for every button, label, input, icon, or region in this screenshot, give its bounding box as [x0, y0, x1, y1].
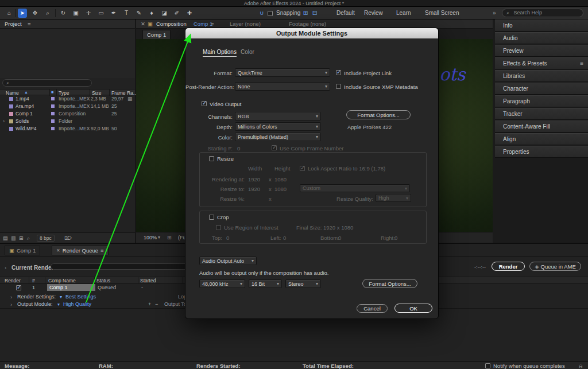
- home-icon[interactable]: ⌂: [5, 9, 14, 18]
- label-color-swatch[interactable]: [51, 119, 55, 123]
- add-output-module-icon[interactable]: +: [148, 301, 151, 307]
- zoom-level-dropdown[interactable]: 100%: [144, 235, 157, 240]
- render-enabled-checkbox[interactable]: [16, 285, 21, 290]
- sidebar-item-properties[interactable]: Properties: [495, 146, 588, 158]
- sidebar-item-paragraph[interactable]: Paragraph: [495, 95, 588, 107]
- render-button[interactable]: Render: [492, 262, 525, 271]
- table-row[interactable]: Comp 1 Composition 25: [0, 110, 135, 118]
- selection-tool-icon[interactable]: ➤: [18, 9, 27, 18]
- column-started[interactable]: Started: [140, 278, 156, 283]
- search-icon[interactable]: ⌕: [27, 235, 30, 242]
- resize-quality-dropdown[interactable]: High ▾: [376, 194, 411, 202]
- sidebar-item-align[interactable]: Align: [495, 133, 588, 145]
- list-view-icon[interactable]: ▤: [3, 235, 8, 241]
- bit-depth-button[interactable]: 8 bpc: [37, 235, 55, 242]
- include-xmp-checkbox[interactable]: [336, 84, 341, 89]
- render-settings-value-link[interactable]: Best Settings: [65, 294, 96, 300]
- crop-left-value[interactable]: 0: [283, 235, 286, 241]
- use-roi-checkbox[interactable]: [216, 225, 221, 230]
- label-color-swatch[interactable]: [51, 104, 55, 108]
- sidebar-item-character[interactable]: Character: [495, 83, 588, 95]
- resize-checkbox[interactable]: [209, 156, 214, 161]
- snap-option-a-icon[interactable]: ⊞: [301, 9, 310, 18]
- expander-icon[interactable]: ›: [3, 118, 5, 124]
- audio-bit-depth-dropdown[interactable]: 16 Bit ▾: [249, 279, 282, 288]
- expander-icon[interactable]: ›: [10, 294, 12, 300]
- brush-tool-icon[interactable]: ✎: [134, 9, 144, 18]
- dialog-titlebar[interactable]: Output Module Settings: [185, 28, 438, 38]
- label-color-swatch[interactable]: [51, 112, 55, 115]
- include-project-link-checkbox[interactable]: [336, 70, 341, 75]
- magnet-icon[interactable]: ∪: [257, 9, 266, 18]
- queue-in-ame-button[interactable]: ◈ Queue in AME: [529, 262, 581, 271]
- table-row[interactable]: › Solids Folder: [0, 118, 135, 125]
- label-color-swatch[interactable]: [51, 127, 55, 130]
- table-row[interactable]: Ara.mp4 Importe...MEX 14,1 MB 25: [0, 103, 135, 110]
- project-panel-menu-icon[interactable]: ≡: [28, 21, 31, 27]
- resize-to-width[interactable]: 1920: [248, 186, 260, 192]
- format-options-button[interactable]: Format Options...: [346, 110, 411, 119]
- timeline-tab-comp1[interactable]: ▣ Comp 1: [5, 246, 40, 255]
- expander-icon[interactable]: ›: [5, 265, 6, 271]
- safe-zones-icon[interactable]: ⊞: [167, 235, 172, 240]
- crop-top-value[interactable]: 0: [226, 235, 229, 241]
- workspace-overflow-icon[interactable]: »: [493, 10, 496, 16]
- channels-dropdown[interactable]: RGB ▾: [235, 112, 321, 121]
- project-tab[interactable]: Project: [5, 21, 22, 27]
- color-dropdown[interactable]: Premultiplied (Matted) ▾: [235, 133, 321, 141]
- pen-tool-icon[interactable]: ✒: [109, 9, 118, 18]
- viewer-menu-icon[interactable]: ≡: [211, 21, 214, 27]
- post-render-dropdown[interactable]: None ▾: [235, 82, 330, 91]
- sidebar-item-content-aware-fill[interactable]: Content-Aware Fill: [495, 121, 588, 133]
- project-search-input[interactable]: ⌕: [2, 79, 92, 87]
- label-color-swatch[interactable]: [51, 97, 55, 100]
- crop-right-value[interactable]: 0: [394, 235, 397, 241]
- viewer-comp-tab[interactable]: Comp 1: [142, 30, 171, 40]
- tab-composition-comp-link[interactable]: Comp 1: [194, 21, 212, 27]
- column-comp-name[interactable]: Comp Name: [48, 278, 76, 283]
- camera-tool-icon[interactable]: ▣: [71, 9, 80, 18]
- snapping-checkbox[interactable]: [268, 11, 273, 16]
- column-render[interactable]: Render: [5, 278, 21, 283]
- audio-format-options-button[interactable]: Format Options...: [362, 279, 417, 288]
- tab-main-options[interactable]: Main Options: [203, 49, 237, 57]
- chevron-down-icon[interactable]: ▾: [57, 302, 60, 307]
- trash-icon[interactable]: ⌦: [64, 235, 72, 241]
- format-dropdown[interactable]: QuickTime ▾: [235, 68, 330, 77]
- render-queue-tab[interactable]: ✕ Render Queue ≡: [52, 246, 109, 255]
- close-icon[interactable]: ✕: [56, 248, 60, 253]
- table-row[interactable]: Wild.MP4 Importe...MEX 92,0 MB 50: [0, 125, 135, 133]
- resize-preset-dropdown[interactable]: Custom ▾: [300, 184, 410, 192]
- expander-icon[interactable]: ›: [10, 301, 12, 308]
- label-color-column-icon[interactable]: ■: [51, 90, 53, 94]
- workspace-review[interactable]: Review: [364, 10, 383, 16]
- panel-menu-icon[interactable]: ≡: [100, 247, 104, 254]
- tab-color[interactable]: Color: [241, 49, 254, 56]
- table-row[interactable]: 1.mp4 Importe...MEX 2,3 MB 29,97 ▦: [0, 95, 135, 103]
- audio-channels-dropdown[interactable]: Stereo ▾: [285, 279, 321, 288]
- sidebar-item-audio[interactable]: Audio: [495, 32, 588, 44]
- column-status[interactable]: Status: [96, 278, 110, 283]
- snap-option-b-icon[interactable]: ⊟: [310, 9, 319, 18]
- hand-tool-icon[interactable]: ✥: [30, 9, 40, 18]
- roto-brush-tool-icon[interactable]: ✐: [172, 9, 181, 18]
- tab-footage[interactable]: Footage (none): [289, 21, 326, 27]
- audio-output-dropdown[interactable]: Audio Output Auto ▾: [199, 257, 257, 265]
- remove-output-module-icon[interactable]: −: [155, 301, 158, 307]
- eraser-tool-icon[interactable]: ◪: [160, 9, 169, 18]
- workspace-small-screen[interactable]: Small Screen: [425, 10, 459, 16]
- output-module-value-link[interactable]: High Quality: [63, 301, 91, 307]
- notify-checkbox[interactable]: [485, 363, 490, 368]
- sidebar-item-effects-presets[interactable]: Effects & Presets ≡: [495, 57, 588, 69]
- sidebar-item-preview[interactable]: Preview: [495, 45, 588, 57]
- pan-behind-tool-icon[interactable]: ✛: [84, 9, 93, 18]
- sidebar-item-info[interactable]: Info: [495, 20, 588, 32]
- queue-row-comp-name[interactable]: Comp 1: [47, 284, 95, 291]
- sidebar-item-tracker[interactable]: Tracker: [495, 108, 588, 120]
- crop-checkbox[interactable]: [209, 215, 214, 220]
- depth-dropdown[interactable]: Millions of Colors ▾: [235, 122, 321, 131]
- thumbnail-view-icon[interactable]: ▥: [11, 235, 16, 241]
- workspace-default[interactable]: Default: [336, 10, 355, 16]
- close-icon[interactable]: ✕: [141, 21, 145, 27]
- help-search-input[interactable]: ⌕ Search Help: [502, 9, 583, 17]
